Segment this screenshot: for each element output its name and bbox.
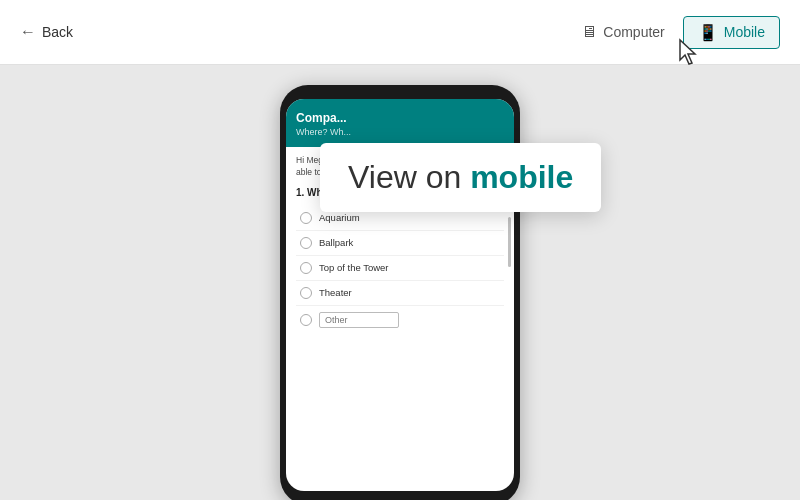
radio-other[interactable] [300,314,312,326]
top-bar: ← Back 🖥 Computer 📱 Mobile [0,0,800,65]
view-options: 🖥 Computer 📱 Mobile [567,16,780,49]
tooltip-highlight: mobile [470,159,573,195]
option-aquarium-label: Aquarium [319,212,360,223]
form-title: Compa... [296,111,504,125]
option-tower-label: Top of the Tower [319,262,389,273]
tooltip: View on mobile [320,143,601,212]
option-theater-label: Theater [319,287,352,298]
computer-view-button[interactable]: 🖥 Computer [567,17,678,47]
list-item[interactable]: Theater [296,281,504,306]
mobile-icon: 📱 [698,23,718,42]
mobile-view-button[interactable]: 📱 Mobile [683,16,780,49]
list-item[interactable]: Top of the Tower [296,256,504,281]
back-arrow-icon: ← [20,23,36,41]
tooltip-prefix: View on [348,159,470,195]
radio-aquarium[interactable] [300,212,312,224]
form-subtitle: Where? Wh... [296,127,504,137]
radio-tower[interactable] [300,262,312,274]
list-item[interactable] [296,306,504,334]
list-item[interactable]: Ballpark [296,231,504,256]
form-header: Compa... Where? Wh... [286,99,514,147]
radio-theater[interactable] [300,287,312,299]
other-input[interactable] [319,312,399,328]
computer-label: Computer [603,24,664,40]
radio-ballpark[interactable] [300,237,312,249]
back-label: Back [42,24,73,40]
scroll-indicator [508,217,511,267]
computer-icon: 🖥 [581,23,597,41]
back-button[interactable]: ← Back [20,23,73,41]
option-ballpark-label: Ballpark [319,237,353,248]
mobile-label: Mobile [724,24,765,40]
main-content: Compa... Where? Wh... Hi Megan, when you… [0,65,800,500]
